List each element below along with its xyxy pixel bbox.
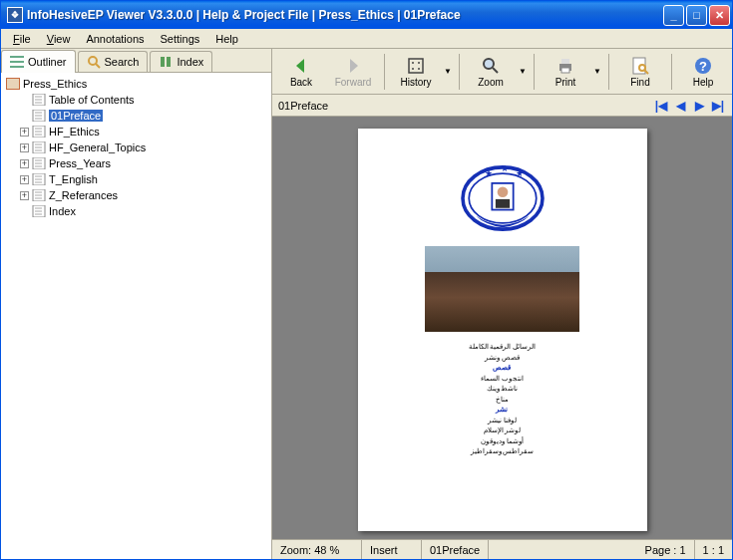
tree-item[interactable]: +HF_General_Topics [4, 140, 268, 155]
zoom-button[interactable]: Zoom [466, 52, 516, 92]
help-icon: ? [693, 56, 713, 76]
expander-icon[interactable]: + [20, 143, 29, 152]
tab-search-label: Search [105, 56, 140, 68]
menu-view[interactable]: View [39, 31, 79, 47]
expander-icon[interactable]: + [20, 128, 29, 137]
tab-index-label: Index [177, 56, 203, 68]
svg-text:★: ★ [501, 163, 509, 173]
page-icon [32, 141, 46, 153]
svg-point-43 [418, 62, 420, 64]
outliner-icon [10, 55, 24, 69]
svg-point-46 [484, 59, 494, 69]
help-button[interactable]: ? Help [678, 52, 728, 92]
page-icon [32, 189, 46, 201]
document-page: ★ ★ ★ الرسائل الرقمية الكاملة قصص ونشر ق… [358, 129, 647, 531]
tree-item-label: HF_Ethics [49, 126, 100, 138]
svg-rect-2 [10, 66, 24, 68]
breadcrumb: 01Preface [278, 100, 653, 112]
tree-item[interactable]: 01Preface [4, 108, 268, 124]
menu-help[interactable]: Help [207, 31, 246, 47]
tree-item-label: T_English [49, 173, 98, 185]
nav-last[interactable]: ▶| [710, 98, 726, 114]
page-icon [32, 173, 46, 185]
menu-file[interactable]: File [5, 31, 39, 47]
status-doc: 01Preface [422, 540, 489, 559]
nav-first[interactable]: |◀ [653, 98, 669, 114]
tab-search[interactable]: Search [78, 51, 149, 72]
svg-rect-41 [409, 59, 423, 73]
zoom-dropdown[interactable]: ▼ [518, 67, 528, 76]
expander-icon[interactable]: + [20, 191, 29, 200]
window-title: InfoHesiveEP Viewer V3.3.0.0 | Help & Pr… [27, 8, 663, 22]
page-text: الرسائل الرقمية الكاملة قصص ونشر قصص انت… [469, 342, 537, 457]
svg-rect-0 [10, 56, 24, 58]
titlebar: ❖ InfoHesiveEP Viewer V3.3.0.0 | Help & … [1, 1, 732, 29]
tree-item[interactable]: Index [4, 203, 268, 219]
breadcrumb-bar: 01Preface |◀ ◀ ▶ ▶| [272, 95, 732, 117]
maximize-button[interactable]: □ [686, 5, 707, 26]
svg-point-3 [89, 57, 97, 65]
app-icon: ❖ [7, 7, 23, 23]
left-pane: Outliner Search Index Press_Ethics Table… [1, 49, 272, 559]
right-pane: Back Forward History ▼ Zoom ▼ Print [272, 49, 732, 559]
tree-item[interactable]: +HF_Ethics [4, 124, 268, 140]
forward-button: Forward [328, 52, 378, 92]
books-photo [425, 246, 579, 332]
forward-icon [343, 56, 363, 76]
tree-item-label: Index [49, 205, 76, 217]
tree-item[interactable]: +T_English [4, 171, 268, 187]
svg-rect-5 [161, 57, 165, 67]
page-icon [32, 110, 46, 122]
svg-point-59 [497, 186, 508, 197]
back-button[interactable]: Back [276, 52, 326, 92]
history-dropdown[interactable]: ▼ [443, 67, 453, 76]
svg-point-44 [412, 68, 414, 70]
menubar: File View Annotations Settings Help [1, 29, 732, 49]
tree-item-label: Z_Referances [49, 189, 118, 201]
tree-root[interactable]: Press_Ethics [4, 76, 268, 92]
print-dropdown[interactable]: ▼ [592, 67, 602, 76]
page-icon [32, 205, 46, 217]
svg-rect-8 [7, 79, 19, 89]
tree-item[interactable]: +Z_Referances [4, 187, 268, 203]
tab-index[interactable]: Index [150, 51, 212, 72]
tab-outliner-label: Outliner [28, 56, 67, 68]
status-zoom: Zoom: 48 % [272, 540, 362, 559]
find-button[interactable]: Find [615, 52, 665, 92]
menu-annotations[interactable]: Annotations [78, 31, 152, 47]
back-icon [291, 56, 311, 76]
tree-item-label: 01Preface [49, 110, 103, 122]
tree-item[interactable]: +Press_Years [4, 155, 268, 171]
tab-outliner[interactable]: Outliner [1, 50, 76, 73]
svg-text:★: ★ [516, 168, 524, 178]
document-area[interactable]: ★ ★ ★ الرسائل الرقمية الكاملة قصص ونشر ق… [272, 117, 732, 539]
svg-line-47 [493, 68, 498, 73]
tree-view[interactable]: Press_Ethics Table of Contents01Preface+… [1, 73, 271, 559]
sidebar-tabs: Outliner Search Index [1, 49, 271, 73]
statusbar: Zoom: 48 % Insert 01Preface Page : 1 1 :… [272, 539, 732, 559]
status-page: Page : 1 [637, 540, 695, 559]
svg-rect-50 [561, 68, 569, 73]
history-button[interactable]: History [391, 52, 441, 92]
svg-rect-60 [495, 199, 509, 208]
tree-item[interactable]: Table of Contents [4, 92, 268, 108]
find-icon [630, 56, 650, 76]
minimize-button[interactable]: _ [663, 5, 684, 26]
status-ratio: 1 : 1 [695, 540, 732, 559]
svg-text:★: ★ [485, 168, 493, 178]
nav-next[interactable]: ▶ [691, 98, 707, 114]
expander-icon[interactable]: + [20, 175, 29, 184]
menu-settings[interactable]: Settings [153, 31, 208, 47]
close-button[interactable]: ✕ [709, 5, 730, 26]
page-icon [32, 157, 46, 169]
tree-item-label: Press_Years [49, 157, 111, 169]
svg-rect-6 [167, 57, 171, 67]
status-mode: Insert [362, 540, 422, 559]
book-icon [6, 78, 20, 90]
print-button[interactable]: Print [541, 52, 590, 92]
nav-prev[interactable]: ◀ [672, 98, 688, 114]
print-icon [555, 56, 575, 76]
tree-item-label: HF_General_Topics [49, 141, 146, 153]
expander-icon[interactable]: + [20, 159, 29, 168]
page-icon [32, 126, 46, 138]
